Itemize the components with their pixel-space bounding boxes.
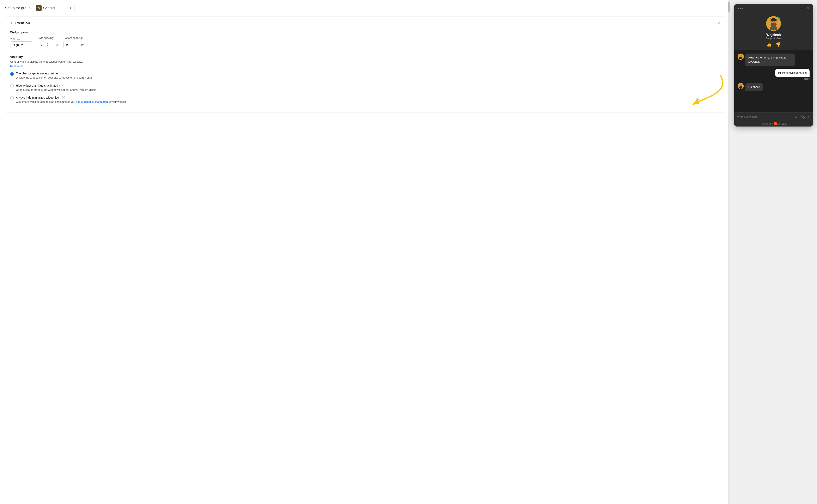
chat-input-area: ☺ 📎 ➤	[734, 112, 813, 121]
dot-2	[740, 8, 741, 9]
widget-position-group: Widget position Align to: Right ▾ Side s…	[10, 30, 720, 48]
radio-always-hide[interactable]	[10, 96, 14, 100]
emoji-icon[interactable]: ☺	[794, 115, 798, 119]
svg-point-15	[739, 86, 742, 89]
side-spacing-input[interactable]: ▲ ▼	[38, 41, 54, 48]
section-header: ✛ Position ∨	[10, 21, 720, 25]
radio-always-visible-title: The chat widget is always visible	[16, 72, 720, 75]
footer-powered-text: Powered by	[761, 123, 773, 125]
svg-point-14	[739, 84, 742, 86]
radio-hide-desc: Once a chat is started, the widget will …	[16, 88, 720, 92]
agent-info: Wojciech Support Hero 👍 👎	[734, 13, 813, 50]
svg-point-8	[773, 23, 774, 24]
position-section-card: ✛ Position ∨ Widget position Align to: R…	[5, 17, 725, 112]
close-button[interactable]: ✕	[806, 7, 810, 10]
bottom-spacing-field: Bottom spacing: ▲ ▼ px	[63, 36, 84, 48]
main-container: Setup for group G General ▼ ✛ Position ∨	[0, 0, 817, 504]
radio-option-hide-until-activated: Hide widget until it gets activated i On…	[10, 84, 720, 92]
message-status-2: Read	[804, 78, 810, 80]
side-spacing-label: Side spacing:	[38, 36, 59, 39]
position-row: Align to: Right ▾ Side spacing:	[10, 36, 720, 48]
read-more-link[interactable]: Read more…	[10, 64, 26, 68]
message-bubble-1: Hello Visitor. What brings you to LiveCh…	[745, 54, 795, 66]
send-icon[interactable]: ➤	[807, 115, 810, 119]
radio-always-hide-title: Always hide minimized widget icon	[16, 96, 61, 99]
scrollbar[interactable]	[728, 0, 730, 504]
radio-hide-until-activated[interactable]	[10, 84, 14, 88]
align-select[interactable]: Right ▾	[10, 41, 33, 48]
bottom-spacing-input[interactable]: ▲ ▼	[63, 41, 80, 48]
align-arrow-icon: ▾	[21, 43, 23, 47]
left-panel: Setup for group G General ▼ ✛ Position ∨	[0, 0, 730, 504]
thumbdown-button[interactable]: 👎	[776, 42, 781, 47]
visibility-description: Control when to display the chat widget …	[10, 60, 720, 63]
msg-avatar-1	[738, 54, 744, 60]
hide-info-icon[interactable]: i	[59, 84, 63, 87]
message-bubble-2: I'd like to ask something	[775, 69, 810, 77]
radio-always-hide-content: Always hide minimized widget icon i Cust…	[16, 96, 720, 104]
chat-controls: — ✕	[799, 7, 810, 10]
radio-always-visible-desc: Display the widget icon on your site to …	[16, 76, 720, 80]
message-bubble-3: Go ahead	[745, 83, 763, 91]
msg-avatar-3	[738, 83, 744, 89]
radio-always-visible[interactable]	[10, 72, 14, 76]
radio-hide-title: Hide widget until it gets activated	[16, 84, 58, 87]
add-chat-button-link[interactable]: add a clickable chat button	[76, 100, 108, 103]
thumbup-button[interactable]: 👍	[766, 42, 772, 47]
chat-footer: Powered by LiveChat	[734, 121, 813, 127]
svg-point-7	[774, 21, 775, 22]
align-value: Right	[13, 43, 20, 47]
svg-point-6	[772, 21, 773, 22]
side-spacing-input-group: ▲ ▼ px	[38, 41, 59, 48]
attachment-icon[interactable]: 📎	[800, 115, 805, 119]
group-dropdown[interactable]: G General ▼	[33, 4, 74, 12]
side-spacing-value[interactable]	[39, 43, 47, 46]
align-field: Align to: Right ▾	[10, 37, 33, 48]
bottom-spacing-label: Bottom spacing:	[63, 36, 84, 39]
chat-dots	[738, 8, 743, 9]
bottom-spacing-up-arrow[interactable]: ▲	[72, 43, 74, 44]
svg-point-12	[739, 57, 742, 59]
bottom-spacing-unit: px	[81, 43, 84, 46]
side-spacing-unit: px	[56, 43, 59, 46]
radio-always-hide-title-row: Always hide minimized widget icon i	[16, 96, 720, 99]
livechat-brand-name: LiveChat	[778, 123, 786, 125]
message-row-2: I'd like to ask something Read	[738, 69, 810, 80]
livechat-logo: LiveChat	[774, 122, 786, 125]
messages-area: Hello Visitor. What brings you to LiveCh…	[734, 50, 813, 112]
message-row-3: Go ahead	[738, 83, 810, 91]
chat-topbar: — ✕	[734, 4, 813, 13]
message-row-1: Hello Visitor. What brings you to LiveCh…	[738, 54, 810, 66]
chat-widget: — ✕	[734, 4, 813, 127]
align-label: Align to:	[10, 37, 33, 40]
side-spacing-field: Side spacing: ▲ ▼ px	[38, 36, 59, 48]
chat-input[interactable]	[737, 115, 792, 118]
setup-label: Setup for group	[5, 6, 31, 10]
radio-option-always-visible: The chat widget is always visible Displa…	[10, 72, 720, 80]
radio-always-visible-content: The chat widget is always visible Displa…	[16, 72, 720, 80]
bottom-spacing-spinners: ▲ ▼	[72, 43, 74, 47]
side-spacing-up-arrow[interactable]: ▲	[47, 43, 48, 44]
bottom-spacing-input-group: ▲ ▼ px	[63, 41, 84, 48]
svg-point-11	[739, 55, 742, 57]
side-spacing-spinners: ▲ ▼	[47, 43, 48, 47]
online-dot	[778, 17, 780, 19]
rating-row: 👍 👎	[766, 42, 781, 47]
bottom-spacing-value[interactable]	[65, 43, 72, 46]
scroll-thumb	[728, 2, 730, 12]
dot-1	[738, 8, 739, 9]
bottom-spacing-down-arrow[interactable]: ▼	[72, 45, 74, 47]
agent-avatar-container	[766, 16, 781, 31]
svg-point-9	[770, 26, 778, 31]
widget-position-title: Widget position	[10, 30, 720, 34]
minimize-button[interactable]: —	[799, 7, 803, 10]
chat-input-icons: ☺ 📎 ➤	[794, 115, 810, 119]
group-avatar: G	[36, 5, 42, 11]
radio-hide-until-activated-content: Hide widget until it gets activated i On…	[16, 84, 720, 92]
livechat-logo-box	[774, 122, 777, 125]
collapse-icon[interactable]: ∨	[717, 21, 720, 25]
move-icon: ✛	[10, 21, 13, 25]
side-spacing-down-arrow[interactable]: ▼	[47, 45, 48, 47]
always-hide-info-icon[interactable]: i	[62, 96, 65, 99]
chevron-down-icon: ▼	[69, 7, 72, 10]
